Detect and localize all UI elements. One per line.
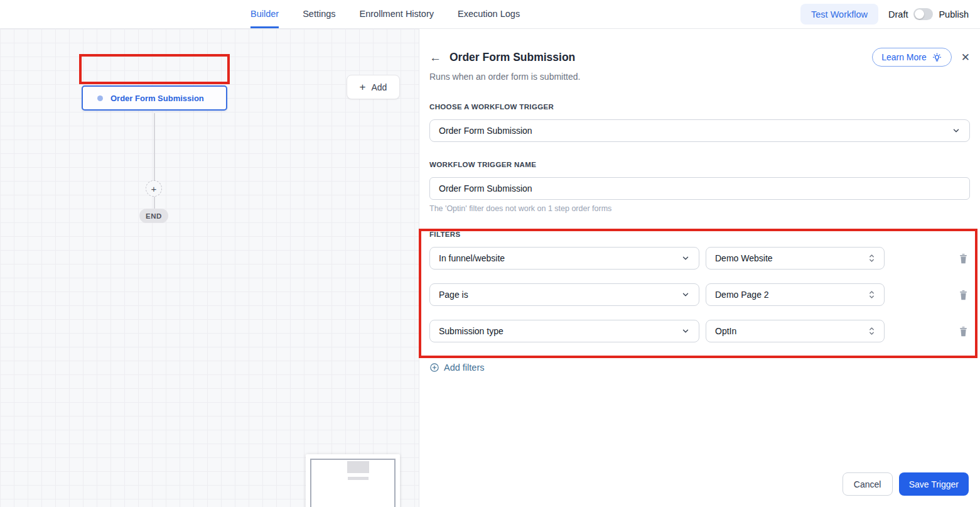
tab-execution-logs[interactable]: Execution Logs: [458, 0, 520, 28]
panel-subtitle: Runs when an order form is submitted.: [429, 72, 970, 82]
publish-toggle[interactable]: [913, 8, 933, 20]
chevron-down-icon: [681, 290, 690, 299]
filter-value-select[interactable]: OptIn: [706, 320, 885, 342]
chevron-up-down-icon: [868, 253, 875, 263]
filters-section-label: FILTERS: [429, 231, 970, 238]
plus-circle-icon: [429, 363, 439, 373]
trigger-config-panel: ← Order Form Submission Learn More ✕ Run…: [419, 29, 980, 507]
tab-enrollment-history[interactable]: Enrollment History: [360, 0, 434, 28]
chevron-up-down-icon: [868, 326, 875, 336]
chevron-down-icon: [952, 126, 961, 135]
canvas-add-button[interactable]: + Add: [347, 75, 400, 99]
draft-label: Draft: [888, 9, 908, 19]
trigger-name-input[interactable]: [429, 177, 970, 200]
top-navigation-bar: Builder Settings Enrollment History Exec…: [0, 0, 980, 29]
minimap-viewport: [310, 459, 396, 507]
filter-value-select[interactable]: Demo Website: [706, 247, 885, 270]
toggle-knob: [915, 9, 924, 19]
minimap-connector: [348, 477, 369, 480]
node-status-dot-icon: [97, 95, 103, 101]
add-step-button[interactable]: +: [146, 180, 162, 197]
delete-filter-button[interactable]: [956, 251, 970, 265]
add-filters-label: Add filters: [444, 363, 484, 373]
lightbulb-icon: [932, 52, 942, 63]
learn-more-label: Learn More: [881, 52, 927, 62]
chevron-up-down-icon: [868, 290, 875, 300]
workflow-tabs: Builder Settings Enrollment History Exec…: [250, 0, 520, 28]
trash-icon: [958, 289, 969, 301]
minimap-node: [347, 461, 369, 473]
topbar-actions: Test Workflow Draft Publish: [800, 0, 969, 28]
name-helper-text: The 'Optin' filter does not work on 1 st…: [429, 204, 970, 213]
test-workflow-button[interactable]: Test Workflow: [800, 4, 878, 25]
panel-header: ← Order Form Submission Learn More ✕: [429, 48, 970, 67]
learn-more-button[interactable]: Learn More: [872, 48, 952, 67]
workflow-builder-page: Builder Settings Enrollment History Exec…: [0, 0, 980, 507]
filter-field-value: Submission type: [439, 326, 503, 336]
end-badge: END: [139, 209, 168, 223]
name-section-label: WORKFLOW TRIGGER NAME: [429, 161, 970, 168]
filter-row: Submission type OptIn: [429, 320, 970, 342]
save-trigger-button[interactable]: Save Trigger: [899, 472, 969, 496]
filter-value: Demo Website: [715, 253, 773, 263]
publish-label: Publish: [939, 9, 969, 19]
filter-value: OptIn: [715, 326, 736, 336]
back-arrow-icon[interactable]: ←: [429, 52, 441, 63]
filter-field-select[interactable]: Submission type: [429, 320, 699, 342]
filter-row: In funnel/website Demo Website: [429, 247, 970, 270]
delete-filter-button[interactable]: [956, 324, 970, 338]
panel-header-actions: Learn More ✕: [872, 48, 970, 67]
node-label: Order Form Submission: [110, 94, 204, 103]
workflow-canvas[interactable]: Order Form Submission + END + Add: [0, 29, 419, 507]
plus-icon: +: [151, 183, 157, 194]
tab-builder[interactable]: Builder: [250, 0, 279, 28]
chevron-down-icon: [681, 254, 690, 263]
filter-field-select[interactable]: In funnel/website: [429, 247, 699, 270]
cancel-button[interactable]: Cancel: [843, 472, 893, 496]
tab-settings[interactable]: Settings: [303, 0, 335, 28]
delete-filter-button[interactable]: [956, 288, 970, 302]
trash-icon: [958, 253, 969, 264]
canvas-minimap[interactable]: [306, 454, 400, 507]
panel-footer: Cancel Save Trigger: [843, 472, 969, 496]
trigger-node-order-form-submission[interactable]: Order Form Submission: [82, 85, 227, 111]
chevron-down-icon: [681, 327, 690, 335]
plus-icon: +: [360, 81, 366, 94]
trigger-select-value: Order Form Submission: [439, 126, 532, 136]
draft-publish-control: Draft Publish: [888, 8, 969, 20]
filter-field-select[interactable]: Page is: [429, 283, 699, 306]
close-icon[interactable]: ✕: [961, 52, 970, 63]
add-filters-link[interactable]: Add filters: [429, 363, 484, 373]
add-button-label: Add: [372, 82, 387, 92]
workflow-trigger-select[interactable]: Order Form Submission: [429, 119, 970, 142]
trash-icon: [958, 325, 969, 337]
filter-value: Demo Page 2: [715, 290, 769, 300]
filter-value-select[interactable]: Demo Page 2: [706, 283, 885, 306]
filter-row: Page is Demo Page 2: [429, 283, 970, 306]
filter-field-value: Page is: [439, 290, 468, 300]
filter-field-value: In funnel/website: [439, 253, 505, 263]
trigger-section-label: CHOOSE A WORKFLOW TRIGGER: [429, 103, 970, 111]
panel-title: Order Form Submission: [450, 51, 575, 64]
